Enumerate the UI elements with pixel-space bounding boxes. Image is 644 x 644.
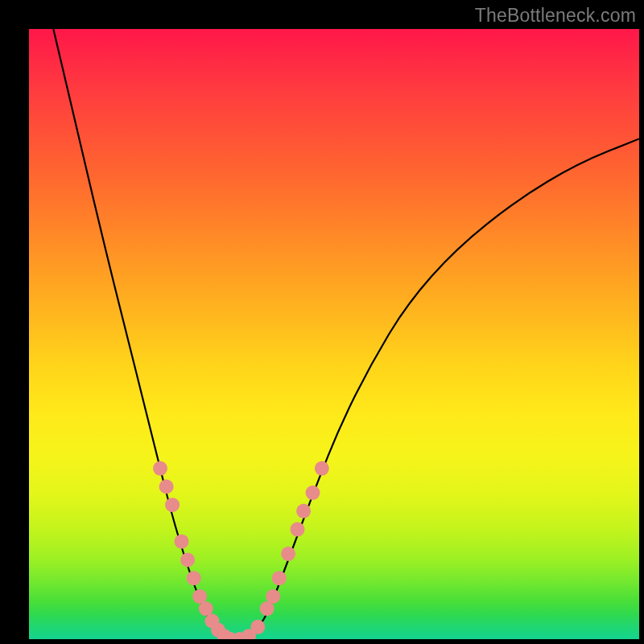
highlight-dot <box>180 553 195 568</box>
highlight-dot <box>187 571 201 585</box>
highlight-dot <box>291 522 305 537</box>
chart-frame: TheBottleneck.com <box>0 0 644 644</box>
chart-svg <box>29 29 639 639</box>
highlight-dot <box>175 535 189 549</box>
watermark-text: TheBottleneck.com <box>475 5 636 27</box>
highlight-dot <box>272 571 287 585</box>
highlight-dot <box>250 620 265 634</box>
highlight-dot <box>306 485 320 500</box>
plot-area <box>29 29 639 639</box>
highlight-dot <box>281 547 295 561</box>
highlight-dot <box>315 461 329 476</box>
highlight-dot <box>296 504 311 518</box>
highlight-dot <box>165 497 180 512</box>
highlight-dot <box>159 480 174 494</box>
highlight-dot <box>266 589 280 604</box>
highlight-dot <box>153 461 167 476</box>
bottleneck-curve-path <box>53 29 639 639</box>
highlight-dots-group <box>153 461 329 639</box>
